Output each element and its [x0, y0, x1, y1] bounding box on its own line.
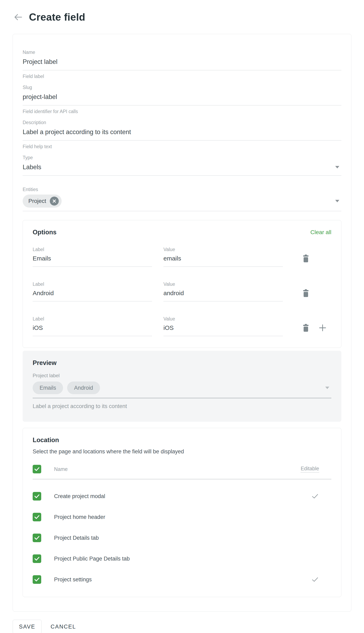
arrow-left-icon — [14, 14, 22, 21]
delete-option-button[interactable] — [303, 255, 308, 262]
description-input[interactable]: Label a project according to its content — [23, 126, 341, 141]
trash-icon — [303, 324, 308, 332]
type-label: Type — [23, 155, 341, 161]
slug-input[interactable]: project-label — [23, 91, 341, 106]
type-select[interactable]: Labels — [23, 161, 341, 176]
description-value: Label a project according to its content — [23, 128, 131, 136]
save-button[interactable]: SAVE — [13, 620, 42, 633]
option-value-input[interactable]: android — [164, 287, 283, 302]
options-panel: Options Clear all Label Emails Value ema… — [23, 220, 341, 348]
option-label-col: Label Emails — [33, 246, 152, 267]
option-label-input[interactable]: Emails — [33, 253, 152, 267]
location-checkbox[interactable] — [33, 554, 41, 563]
location-row-label: Create project modal — [54, 493, 105, 499]
cancel-button[interactable]: CANCEL — [48, 623, 78, 630]
option-value-col: Value android — [164, 281, 283, 302]
slug-helper: Field identifier for API calls — [23, 108, 341, 115]
option-label-col: Label Android — [33, 281, 152, 302]
checkbox-checked-icon — [34, 557, 40, 561]
option-label-caption: Label — [33, 281, 152, 287]
trash-icon — [303, 255, 308, 262]
location-row: Project Public Page Details tab — [33, 554, 331, 563]
location-title: Location — [33, 436, 331, 444]
name-helper: Field label — [23, 73, 341, 79]
remove-entity-button[interactable] — [50, 197, 59, 206]
description-label: Description — [23, 119, 341, 126]
location-row-label: Project settings — [54, 576, 92, 583]
option-row: Label Emails Value emails — [33, 246, 331, 267]
option-row-actions — [303, 324, 326, 336]
type-value: Labels — [23, 163, 41, 171]
preview-select[interactable]: Emails Android — [33, 379, 331, 398]
location-checkbox[interactable] — [33, 575, 41, 584]
select-all-checkbox[interactable] — [33, 465, 41, 473]
column-header-editable: Editable — [301, 466, 319, 472]
column-header-name: Name — [54, 466, 68, 472]
caret-down-icon — [335, 200, 339, 202]
option-value-caption: Value — [164, 281, 283, 287]
caret-down-icon — [335, 166, 339, 168]
location-row-label: Project home header — [54, 514, 105, 520]
option-row-actions — [303, 289, 308, 302]
name-input[interactable]: Project label — [23, 55, 341, 71]
location-row: Create project modal — [33, 492, 331, 500]
location-checkbox[interactable] — [33, 534, 41, 542]
description-field: Description Label a project according to… — [23, 119, 341, 150]
entities-field: Entities Project — [23, 186, 341, 211]
back-button[interactable] — [14, 13, 23, 22]
slug-label: Slug — [23, 84, 341, 91]
close-icon — [52, 199, 56, 203]
editable-check-icon — [312, 577, 318, 582]
description-helper: Field help text — [23, 144, 341, 150]
table-divider — [33, 479, 331, 480]
entity-chip: Project — [23, 195, 62, 208]
clear-all-button[interactable]: Clear all — [310, 229, 331, 236]
create-field-page: Create field Name Project label Field la… — [0, 0, 364, 633]
options-header: Options Clear all — [33, 228, 331, 236]
entities-select[interactable]: Project — [23, 193, 341, 211]
page-title: Create field — [29, 12, 85, 23]
location-row: Project settings — [33, 575, 331, 584]
delete-option-button[interactable] — [303, 289, 308, 297]
option-value-input[interactable]: iOS — [164, 322, 283, 336]
checkbox-checked-icon — [34, 536, 40, 540]
editable-check-icon — [312, 494, 318, 499]
preview-helper: Label a project according to its content — [33, 403, 331, 410]
slug-field: Slug project-label Field identifier for … — [23, 84, 341, 115]
location-checkbox[interactable] — [33, 513, 41, 521]
name-field: Name Project label Field label — [23, 49, 341, 79]
add-option-button[interactable] — [319, 324, 326, 331]
option-label-caption: Label — [33, 246, 152, 253]
options-title: Options — [33, 228, 56, 236]
option-value-input[interactable]: emails — [164, 253, 283, 267]
page-header: Create field — [0, 0, 364, 23]
option-label-input[interactable]: Android — [33, 287, 152, 302]
location-header-row: Name Editable — [33, 465, 331, 473]
location-subtitle: Select the page and locations where the … — [33, 448, 331, 455]
slug-value: project-label — [23, 93, 57, 101]
option-label-caption: Label — [33, 316, 152, 322]
checkbox-checked-icon — [34, 494, 40, 498]
option-label-input[interactable]: iOS — [33, 322, 152, 336]
location-row-label: Project Public Page Details tab — [54, 556, 130, 562]
trash-icon — [303, 289, 308, 297]
option-value-caption: Value — [164, 316, 283, 322]
delete-option-button[interactable] — [303, 324, 308, 332]
option-value-col: Value emails — [164, 246, 283, 267]
location-row: Project Details tab — [33, 534, 331, 542]
option-row: Label iOS Value iOS — [33, 316, 331, 336]
option-value-caption: Value — [164, 246, 283, 253]
preview-chip: Emails — [33, 381, 63, 394]
location-panel: Location Select the page and locations w… — [23, 428, 341, 597]
plus-icon — [319, 324, 326, 331]
option-label-col: Label iOS — [33, 316, 152, 336]
preview-title: Preview — [33, 359, 331, 367]
option-row-actions — [303, 255, 308, 267]
location-checkbox[interactable] — [33, 492, 41, 500]
checkbox-checked-icon — [34, 467, 40, 471]
caret-down-icon — [325, 387, 329, 389]
entity-chip-label: Project — [28, 198, 46, 204]
preview-field-label: Project label — [33, 373, 331, 379]
type-field: Type Labels — [23, 155, 341, 176]
option-value-col: Value iOS — [164, 316, 283, 336]
